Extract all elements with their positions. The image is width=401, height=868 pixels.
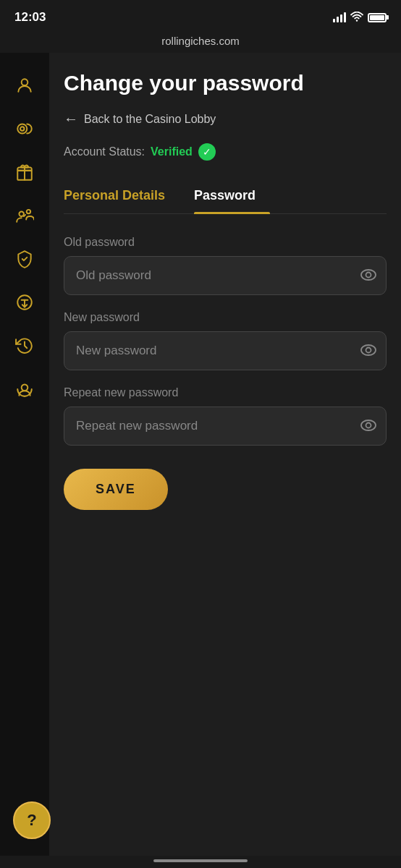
page-title: Change your password [64, 70, 387, 96]
sidebar-item-profile[interactable] [7, 67, 43, 103]
svg-point-18 [361, 420, 376, 430]
status-time: 12:03 [14, 10, 46, 25]
repeat-password-eye-icon[interactable] [360, 418, 376, 435]
sidebar-item-referral[interactable] [7, 197, 43, 234]
save-button-label: SAVE [96, 482, 136, 496]
history-icon [15, 336, 34, 355]
old-password-input-wrapper [64, 256, 387, 295]
tabs: Personal Details Password [64, 181, 387, 214]
repeat-password-group: Repeat new password [64, 386, 387, 446]
old-password-eye-icon[interactable] [360, 268, 376, 284]
svg-point-0 [356, 20, 358, 21]
svg-point-17 [366, 347, 371, 352]
account-status: Account Status: Verified ✓ [64, 143, 387, 161]
account-status-value: Verified [151, 145, 193, 158]
new-password-group: New password [64, 311, 387, 370]
svg-point-15 [366, 272, 371, 277]
wifi-icon [350, 12, 363, 24]
new-password-eye-icon[interactable] [360, 343, 376, 359]
svg-point-14 [361, 270, 376, 280]
sidebar-item-support[interactable] [7, 371, 43, 407]
account-status-label: Account Status: [64, 145, 145, 158]
back-link[interactable]: ← Back to the Casino Lobby [64, 111, 387, 127]
person-icon [15, 76, 34, 95]
back-label: Back to the Casino Lobby [84, 113, 216, 126]
coins-icon [15, 119, 34, 138]
repeat-password-input[interactable] [64, 407, 387, 446]
home-indicator [153, 859, 248, 862]
url-bar: rollingiches.com [0, 32, 401, 53]
help-icon: ? [27, 811, 36, 830]
new-password-input-wrapper [64, 331, 387, 370]
svg-point-1 [22, 79, 28, 85]
help-button[interactable]: ? [13, 801, 51, 839]
svg-point-19 [366, 422, 371, 427]
tab-personal-label: Personal Details [64, 188, 165, 203]
new-password-label: New password [64, 311, 387, 324]
content-area: Change your password ← Back to the Casin… [49, 53, 401, 856]
sidebar-item-gift[interactable] [7, 154, 43, 190]
old-password-input[interactable] [64, 256, 387, 295]
save-button[interactable]: SAVE [64, 469, 168, 510]
svg-point-16 [361, 345, 376, 355]
signal-icon [333, 12, 346, 22]
status-bar: 12:03 [0, 0, 401, 32]
svg-point-7 [27, 210, 30, 213]
svg-point-6 [19, 212, 24, 217]
tab-password[interactable]: Password [194, 181, 270, 213]
url-text: rollingiches.com [161, 35, 240, 47]
support-icon [15, 380, 34, 399]
sidebar [0, 53, 49, 856]
sidebar-item-coins[interactable] [7, 111, 43, 147]
referral-icon [15, 206, 34, 225]
gift-icon [15, 163, 34, 182]
old-password-label: Old password [64, 236, 387, 249]
svg-point-2 [17, 124, 27, 134]
new-password-input[interactable] [64, 331, 387, 370]
repeat-password-label: Repeat new password [64, 386, 387, 399]
sidebar-item-shield[interactable] [7, 241, 43, 277]
cashout-icon [15, 293, 34, 312]
verified-check-icon: ✓ [198, 143, 216, 161]
main-layout: Change your password ← Back to the Casin… [0, 53, 401, 856]
sidebar-item-history[interactable] [7, 328, 43, 364]
battery-icon [368, 13, 387, 22]
old-password-group: Old password [64, 236, 387, 295]
svg-point-12 [22, 385, 28, 391]
shield-icon [15, 250, 34, 268]
svg-point-3 [20, 127, 24, 130]
status-icons [333, 12, 387, 24]
tab-personal-details[interactable]: Personal Details [64, 181, 180, 213]
repeat-password-input-wrapper [64, 407, 387, 446]
back-arrow-icon: ← [64, 111, 78, 127]
sidebar-item-cashout[interactable] [7, 284, 43, 320]
tab-password-label: Password [194, 188, 256, 203]
